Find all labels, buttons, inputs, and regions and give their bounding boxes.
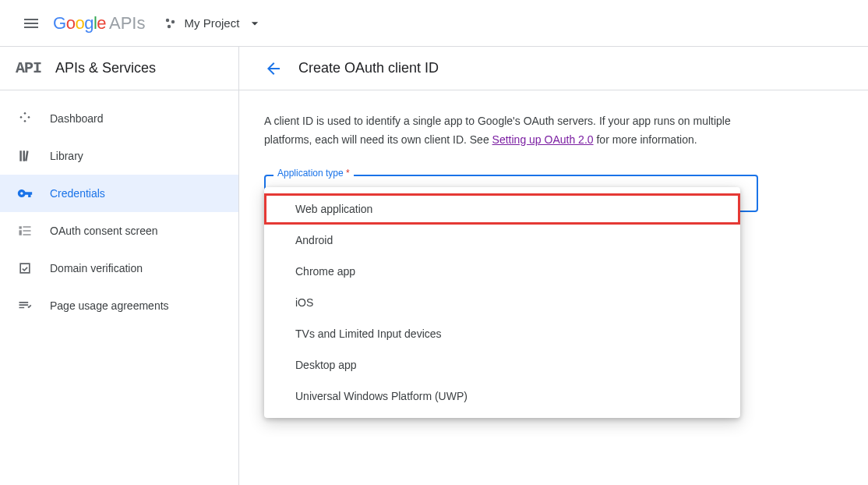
description-text: A client ID is used to identify a single…: [264, 112, 763, 150]
page-title: Create OAuth client ID: [298, 60, 439, 76]
library-icon: [16, 147, 34, 165]
verify-icon: [16, 259, 34, 278]
sidebar: API APIs & Services Dashboard Library: [0, 47, 239, 485]
option-web-application[interactable]: Web application: [264, 193, 740, 225]
sidebar-item-label: Domain verification: [50, 262, 143, 274]
option-chrome-app[interactable]: Chrome app: [264, 256, 740, 287]
apis-logo-text: APIs: [109, 13, 145, 34]
sidebar-item-credentials[interactable]: Credentials: [0, 175, 238, 212]
sidebar-nav: Dashboard Library Credentials OAuth cons…: [0, 90, 238, 324]
top-header: Google APIs My Project: [0, 0, 868, 47]
sidebar-item-library[interactable]: Library: [0, 137, 238, 175]
content-area: A client ID is used to identify a single…: [239, 90, 868, 231]
project-name-text: My Project: [184, 16, 239, 30]
google-logo-text: Google: [53, 13, 106, 34]
sidebar-item-label: Credentials: [50, 187, 105, 200]
sidebar-section-title: APIs & Services: [55, 60, 156, 76]
required-asterisk: *: [346, 168, 350, 179]
option-desktop-app[interactable]: Desktop app: [264, 349, 740, 381]
main-content: Create OAuth client ID A client ID is us…: [239, 47, 868, 485]
sidebar-item-oauth-consent[interactable]: OAuth consent screen: [0, 212, 238, 250]
sidebar-item-label: OAuth consent screen: [50, 225, 158, 237]
svg-point-0: [166, 18, 169, 21]
logo[interactable]: Google APIs: [53, 13, 145, 34]
svg-point-1: [171, 19, 175, 23]
option-android[interactable]: Android: [264, 225, 740, 256]
sidebar-item-label: Library: [50, 150, 83, 162]
option-uwp[interactable]: Universal Windows Platform (UWP): [264, 381, 740, 412]
application-type-field: Application type * Web application Andro…: [264, 175, 758, 212]
sidebar-section-header: API APIs & Services: [0, 47, 238, 90]
api-logo-icon: API: [16, 59, 41, 77]
main-header: Create OAuth client ID: [239, 47, 868, 90]
option-ios[interactable]: iOS: [264, 287, 740, 318]
agreements-icon: [16, 296, 34, 315]
svg-point-2: [168, 24, 171, 27]
sidebar-item-label: Page usage agreements: [50, 299, 169, 312]
sidebar-item-page-usage-agreements[interactable]: Page usage agreements: [0, 287, 238, 324]
project-icon: [164, 16, 178, 30]
key-icon: [16, 184, 34, 203]
field-label: Application type *: [273, 168, 354, 179]
setup-oauth-link[interactable]: Setting up OAuth 2.0: [492, 133, 594, 146]
consent-icon: [16, 221, 34, 240]
project-selector[interactable]: My Project: [164, 16, 263, 31]
sidebar-item-dashboard[interactable]: Dashboard: [0, 100, 238, 137]
body-layout: API APIs & Services Dashboard Library: [0, 47, 868, 485]
arrow-left-icon: [264, 59, 283, 78]
application-type-dropdown: Web application Android Chrome app iOS T…: [264, 187, 740, 418]
hamburger-menu-button[interactable]: [12, 5, 50, 42]
menu-icon: [22, 14, 41, 33]
dashboard-icon: [16, 109, 34, 128]
option-tvs-limited-input[interactable]: TVs and Limited Input devices: [264, 318, 740, 349]
back-button[interactable]: [258, 53, 289, 84]
sidebar-item-domain-verification[interactable]: Domain verification: [0, 250, 238, 287]
chevron-down-icon: [247, 16, 263, 31]
sidebar-item-label: Dashboard: [50, 112, 104, 125]
